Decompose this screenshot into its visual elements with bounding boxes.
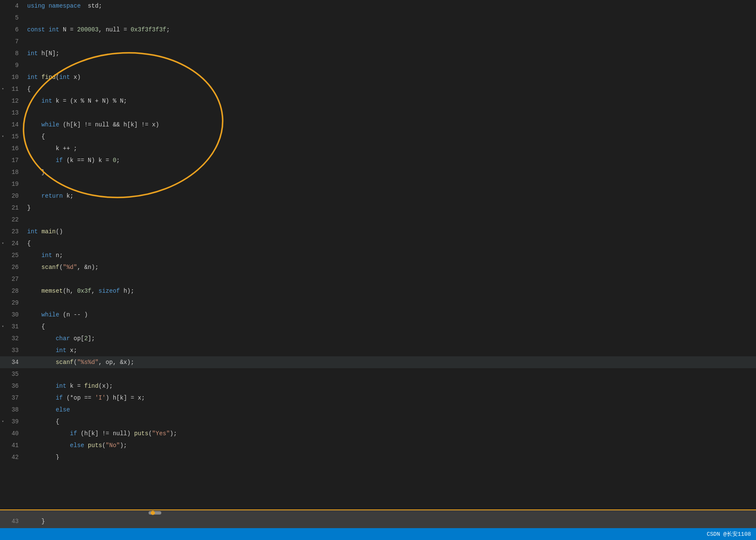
line-number: 41	[0, 439, 25, 451]
code-text: while (h[k] != null && h[k] != x)	[25, 119, 159, 131]
code-text: int h[N];	[25, 48, 59, 59]
horizontal-scrollbar[interactable]	[0, 509, 756, 515]
table-row: 25 int n;	[0, 249, 756, 261]
line-number: 21	[0, 202, 25, 214]
code-text	[25, 273, 31, 285]
table-row: 28 memset(h, 0x3f, sizeof h);	[0, 285, 756, 297]
line-number: ▾15	[0, 131, 25, 143]
code-text	[25, 36, 31, 48]
code-text: }	[25, 202, 31, 214]
line-number: 7	[0, 36, 25, 48]
table-row: 13	[0, 107, 756, 119]
table-row: 6 const int N = 200003, null = 0x3f3f3f3…	[0, 24, 756, 36]
line-number: 25	[0, 249, 25, 261]
table-row: 23 int main()	[0, 226, 756, 238]
line-number: 5	[0, 12, 25, 24]
line-number: 34	[0, 356, 25, 368]
table-row: 7	[0, 36, 756, 48]
table-row: ▾39 {	[0, 416, 756, 428]
table-row: 20 return k;	[0, 190, 756, 202]
table-row: 17 if (k == N) k = 0;	[0, 154, 756, 166]
line-number: 42	[0, 451, 25, 460]
code-text: k ++ ;	[25, 143, 77, 154]
line-number: 17	[0, 154, 25, 166]
table-row: 36 int k = find(x);	[0, 380, 756, 392]
table-row: 22	[0, 214, 756, 226]
code-text: char op[2];	[25, 333, 95, 344]
table-row: 37 if (*op == 'I') h[k] = x;	[0, 392, 756, 404]
line-number: 13	[0, 107, 25, 119]
code-text: while (n -- )	[25, 309, 88, 321]
table-row: 34 scanf("%s%d", op, &x);	[0, 356, 756, 368]
table-row: 33 int x;	[0, 344, 756, 356]
line-number: ▾11	[0, 83, 25, 95]
code-text: else puts("No");	[25, 439, 127, 451]
line-number: 18	[0, 166, 25, 178]
line-number: 4	[0, 0, 25, 12]
code-text	[25, 214, 31, 226]
status-bar: CSDN @长安1108	[0, 528, 756, 540]
code-text: return k;	[25, 190, 73, 202]
line-number: 8	[0, 48, 25, 59]
line-number: ▾24	[0, 238, 25, 249]
line-number: 23	[0, 226, 25, 238]
table-row: 10 int find(int x)	[0, 71, 756, 83]
table-row: 42 }	[0, 451, 756, 460]
bottom-bar: 43 }	[0, 515, 756, 528]
table-row: 16 k ++ ;	[0, 143, 756, 154]
code-text	[25, 368, 31, 380]
table-row: ▾11 {	[0, 83, 756, 95]
line-number: 29	[0, 297, 25, 309]
code-text	[25, 12, 31, 24]
code-text	[25, 297, 31, 309]
table-row: 38 else	[0, 404, 756, 416]
code-text: scanf("%d", &n);	[25, 261, 98, 273]
line-number: 12	[0, 95, 25, 107]
code-text: memset(h, 0x3f, sizeof h);	[25, 285, 134, 297]
table-row: 29	[0, 297, 756, 309]
code-text: int x;	[25, 344, 77, 356]
line-number: ▾39	[0, 416, 25, 428]
code-text: if (*op == 'I') h[k] = x;	[25, 392, 145, 404]
line-number: 35	[0, 368, 25, 380]
code-text: if (k == N) k = 0;	[25, 154, 120, 166]
code-text: int find(int x)	[25, 71, 81, 83]
code-text: const int N = 200003, null = 0x3f3f3f3f;	[25, 24, 170, 36]
lines-container: 4 using namespace std; 5 6 const int N =…	[0, 0, 756, 509]
table-row: 26 scanf("%d", &n);	[0, 261, 756, 273]
line-number: ▾31	[0, 321, 25, 333]
line-number: 9	[0, 59, 25, 71]
line-number: 32	[0, 333, 25, 344]
line-number: 10	[0, 71, 25, 83]
line-number: 30	[0, 309, 25, 321]
editor: 4 using namespace std; 5 6 const int N =…	[0, 0, 756, 540]
table-row: 9	[0, 59, 756, 71]
table-row: 40 if (h[k] != null) puts("Yes");	[0, 428, 756, 439]
code-text: {	[25, 83, 31, 95]
code-text: int n;	[25, 249, 63, 261]
table-row: 5	[0, 12, 756, 24]
line-number: 22	[0, 214, 25, 226]
line-number: 36	[0, 380, 25, 392]
line-number: 28	[0, 285, 25, 297]
table-row: 41 else puts("No");	[0, 439, 756, 451]
code-text	[25, 107, 31, 119]
code-text: {	[25, 238, 31, 249]
code-text: if (h[k] != null) puts("Yes");	[25, 428, 177, 439]
code-text-43: }	[25, 518, 45, 525]
table-row: ▾24 {	[0, 238, 756, 249]
table-row: 35	[0, 368, 756, 380]
table-row: 21 }	[0, 202, 756, 214]
code-text: scanf("%s%d", op, &x);	[25, 356, 134, 368]
table-row: 32 char op[2];	[0, 333, 756, 344]
code-text: int k = (x % N + N) % N;	[25, 95, 127, 107]
code-text: {	[25, 416, 59, 428]
line-number-43: 43	[0, 518, 25, 525]
table-row: ▾15 {	[0, 131, 756, 143]
line-number: 33	[0, 344, 25, 356]
code-text: {	[25, 321, 45, 333]
scroll-position-indicator	[151, 511, 155, 515]
table-row: 14 while (h[k] != null && h[k] != x)	[0, 119, 756, 131]
status-bar-text: CSDN @长安1108	[707, 530, 751, 538]
code-area: 4 using namespace std; 5 6 const int N =…	[0, 0, 756, 509]
